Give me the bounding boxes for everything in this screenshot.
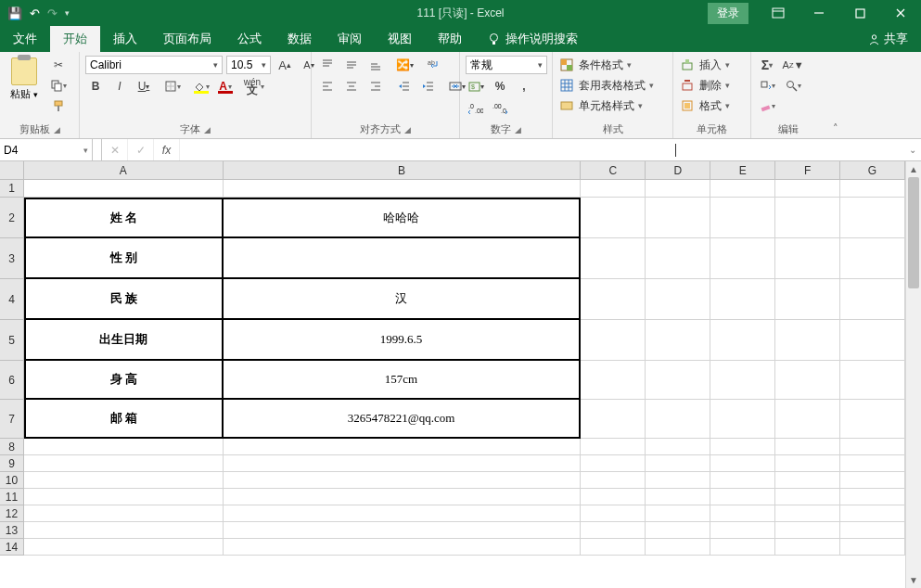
cell[interactable] [646, 489, 710, 505]
cell[interactable] [840, 320, 905, 361]
tab-file[interactable]: 文件 [0, 26, 50, 52]
increase-decimal-icon[interactable]: .0.00 [466, 98, 486, 117]
redo-icon[interactable]: ↷ [47, 6, 58, 20]
format-cells-button[interactable]: 格式 ▾ [679, 96, 745, 115]
alignment-dialog-icon[interactable]: ◢ [404, 125, 411, 134]
cell[interactable] [581, 439, 646, 455]
cell[interactable] [710, 361, 775, 400]
format-painter-button[interactable] [48, 96, 69, 115]
tab-home[interactable]: 开始 [50, 26, 100, 52]
tab-page-layout[interactable]: 页面布局 [150, 26, 224, 52]
cell[interactable] [710, 539, 775, 556]
cell[interactable] [775, 198, 840, 238]
cell[interactable] [581, 489, 646, 505]
cell[interactable] [775, 472, 840, 489]
col-header-C[interactable]: C [581, 161, 646, 180]
decrease-indent-icon[interactable] [394, 77, 415, 96]
col-header-B[interactable]: B [224, 161, 582, 180]
phonetic-button[interactable]: wén文▾ [244, 77, 264, 96]
cell[interactable] [840, 472, 905, 489]
col-header-G[interactable]: G [840, 161, 905, 180]
qat-customize-icon[interactable]: ▾ [65, 8, 70, 18]
underline-button[interactable]: U▾ [134, 77, 154, 96]
font-color-button[interactable]: A ▾ [215, 77, 236, 96]
row-header-14[interactable]: 14 [0, 539, 24, 556]
cell[interactable] [775, 180, 840, 198]
cell[interactable] [24, 505, 224, 522]
tab-insert[interactable]: 插入 [100, 26, 150, 52]
row-header-3[interactable]: 3 [0, 238, 24, 279]
cell[interactable] [581, 198, 646, 238]
cell[interactable] [840, 505, 905, 522]
sort-filter-icon[interactable]: AZ▼ [783, 56, 803, 74]
cell[interactable] [840, 439, 905, 455]
cell[interactable]: 性 别 [24, 238, 224, 279]
comma-format-icon[interactable]: , [514, 77, 534, 96]
cell[interactable] [224, 505, 582, 522]
tab-help[interactable]: 帮助 [425, 26, 475, 52]
row-header-1[interactable]: 1 [0, 180, 24, 198]
cell[interactable] [775, 361, 840, 400]
cell[interactable] [840, 489, 905, 505]
fill-icon[interactable]: ▾ [757, 76, 777, 95]
cell[interactable] [24, 180, 224, 198]
cell[interactable] [710, 455, 775, 472]
share-button[interactable]: 共享 [855, 26, 921, 52]
cell[interactable] [646, 522, 710, 539]
vertical-scrollbar[interactable]: ▲ ▼ [905, 161, 921, 588]
cell[interactable] [24, 489, 224, 505]
cell[interactable] [224, 522, 582, 539]
cell[interactable] [840, 539, 905, 556]
row-header-9[interactable]: 9 [0, 455, 24, 472]
col-header-F[interactable]: F [775, 161, 840, 180]
row-header-7[interactable]: 7 [0, 400, 24, 439]
autosum-icon[interactable]: Σ ▾ [757, 56, 777, 74]
cell[interactable]: 邮 箱 [24, 400, 224, 439]
cell[interactable] [646, 455, 710, 472]
cell[interactable] [224, 180, 582, 198]
cell[interactable] [646, 279, 710, 320]
cell[interactable] [775, 439, 840, 455]
minimize-button[interactable] [799, 0, 839, 26]
scroll-up-icon[interactable]: ▲ [906, 161, 921, 177]
increase-indent-icon[interactable] [418, 77, 439, 96]
number-format-combo[interactable]: 常规▾ [466, 56, 547, 74]
increase-font-icon[interactable]: A▴ [275, 56, 295, 74]
cell[interactable] [581, 522, 646, 539]
tell-me-search[interactable]: 操作说明搜索 [475, 26, 591, 52]
align-right-icon[interactable] [365, 77, 386, 96]
italic-button[interactable]: I [109, 77, 130, 96]
align-left-icon[interactable] [317, 77, 338, 96]
name-box[interactable]: D4▾ [0, 139, 93, 160]
cell[interactable] [581, 455, 646, 472]
signin-button[interactable]: 登录 [708, 3, 748, 24]
cell[interactable] [775, 400, 840, 439]
cell[interactable] [581, 472, 646, 489]
cell[interactable] [710, 400, 775, 439]
cell[interactable] [24, 455, 224, 472]
find-select-icon[interactable]: ▾ [783, 76, 803, 95]
accounting-format-icon[interactable]: $▾ [466, 77, 486, 96]
align-center-icon[interactable] [341, 77, 362, 96]
cell[interactable] [710, 505, 775, 522]
cell[interactable] [581, 238, 646, 279]
tab-review[interactable]: 审阅 [325, 26, 375, 52]
cell[interactable] [646, 472, 710, 489]
cell[interactable] [581, 361, 646, 400]
fill-color-button[interactable]: ▾ [191, 77, 211, 96]
font-size-combo[interactable]: 10.5▾ [226, 56, 271, 74]
delete-cells-button[interactable]: 删除 ▾ [679, 76, 745, 95]
cell[interactable] [775, 279, 840, 320]
cell[interactable]: 身 高 [24, 361, 224, 400]
decrease-decimal-icon[interactable]: .00.0 [490, 98, 510, 117]
ribbon-display-icon[interactable] [758, 0, 799, 26]
cell[interactable]: 哈哈哈 [224, 198, 582, 238]
col-header-A[interactable]: A [24, 161, 224, 180]
cell[interactable] [775, 238, 840, 279]
scroll-thumb[interactable] [908, 177, 919, 288]
maximize-button[interactable] [839, 0, 880, 26]
align-top-icon[interactable] [317, 56, 338, 74]
cell[interactable] [710, 472, 775, 489]
cell[interactable] [775, 455, 840, 472]
cell[interactable] [224, 489, 582, 505]
